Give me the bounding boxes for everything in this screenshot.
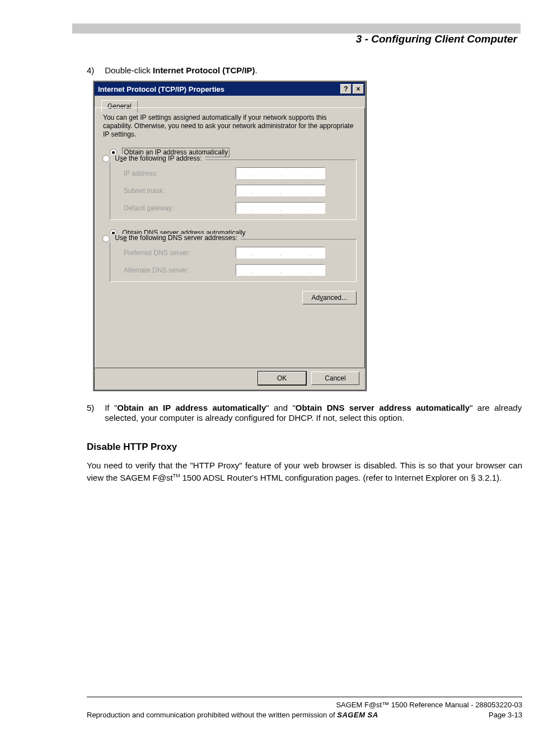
cancel-button[interactable]: Cancel	[311, 372, 359, 385]
footer-line-2: Reproduction and communication prohibite…	[87, 711, 522, 719]
step-4-text-post: .	[255, 65, 257, 75]
input-default-gateway[interactable]: ...	[236, 202, 325, 214]
intro-text: You can get IP settings assigned automat…	[103, 114, 357, 139]
input-preferred-dns[interactable]: ...	[236, 247, 325, 259]
step-4-text-bold: Internet Protocol (TCP/IP)	[153, 65, 255, 75]
tcpip-properties-dialog: Internet Protocol (TCP/IP) Properties ? …	[93, 81, 367, 391]
label-alternate-dns: Alternate DNS server:	[124, 266, 236, 274]
help-icon: ?	[344, 85, 348, 93]
advanced-button[interactable]: Advanced...	[302, 291, 357, 304]
input-ip-address[interactable]: ...	[236, 167, 325, 179]
page-number: Page 3-13	[489, 711, 522, 719]
radio-use-static-ip-label: Use the following IP address:	[115, 154, 202, 162]
step-5: 5) If "Obtain an IP address automaticall…	[87, 403, 522, 423]
step-5-number: 5)	[87, 403, 102, 413]
radio-use-static-dns[interactable]: Use the following DNS server addresses:	[102, 234, 241, 242]
heading-disable-http-proxy: Disable HTTP Proxy	[87, 442, 177, 453]
label-subnet-mask: Subnet mask:	[124, 187, 236, 195]
radio-use-static-dns-label: Use the following DNS server addresses:	[115, 234, 237, 242]
footer-rule	[87, 697, 522, 697]
radio-icon	[102, 155, 110, 162]
tab-sheet-general: You can get IP settings assigned automat…	[95, 107, 365, 368]
dialog-title: Internet Protocol (TCP/IP) Properties	[98, 85, 224, 93]
label-preferred-dns: Preferred DNS server:	[124, 249, 236, 257]
titlebar-help-button[interactable]: ?	[340, 84, 352, 94]
ip-group: Use the following IP address: IP address…	[110, 159, 357, 220]
dialog-body: General You can get IP settings assigned…	[95, 96, 365, 389]
titlebar-close-button[interactable]: ×	[353, 84, 364, 94]
paragraph-http-proxy: You need to verify that the "HTTP Proxy"…	[87, 461, 522, 483]
step-4-text-pre: Double-click	[105, 65, 153, 75]
radio-icon	[102, 235, 110, 242]
step-4-number: 4)	[87, 65, 102, 75]
label-ip-address: IP address:	[124, 170, 236, 177]
input-subnet-mask[interactable]: ...	[236, 185, 325, 196]
dns-group: Use the following DNS server addresses: …	[110, 239, 357, 282]
chapter-title: 3 - Configuring Client Computer	[72, 33, 521, 45]
close-icon: ×	[356, 85, 360, 93]
step-4: 4) Double-click Internet Protocol (TCP/I…	[87, 65, 257, 75]
dialog-titlebar: Internet Protocol (TCP/IP) Properties ? …	[95, 82, 365, 96]
radio-use-static-ip[interactable]: Use the following IP address:	[102, 154, 205, 162]
ok-button[interactable]: OK	[258, 372, 306, 385]
footer-line-1: SAGEM F@st™ 1500 Reference Manual - 2880…	[87, 701, 522, 709]
label-default-gateway: Default gateway:	[124, 204, 236, 212]
input-alternate-dns[interactable]: ...	[236, 264, 325, 276]
sheet-header-band	[72, 24, 521, 34]
